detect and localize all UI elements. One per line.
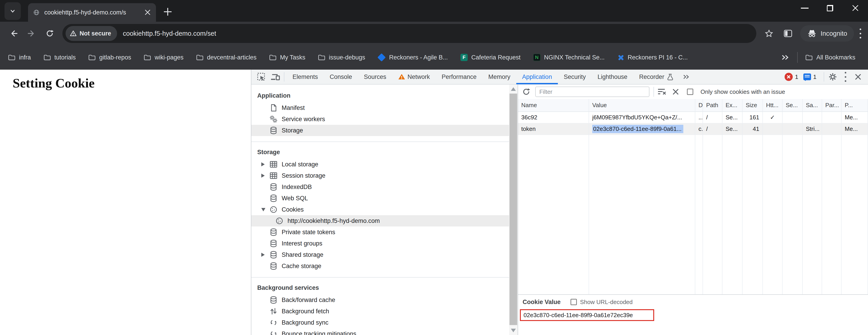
bookmark-folder-my-tasks[interactable]: My Tasks <box>269 54 305 61</box>
column-header-priority[interactable]: P... <box>842 99 868 112</box>
column-header-name[interactable]: Name <box>518 99 589 112</box>
tree-item-cache-storage[interactable]: Cache storage <box>251 261 509 272</box>
all-bookmarks-button[interactable]: All Bookmarks <box>805 54 855 61</box>
tree-item-session-storage[interactable]: Session storage <box>251 170 509 181</box>
bookmark-folder-devcentral-articles[interactable]: devcentral-articles <box>196 54 256 61</box>
back-button[interactable] <box>7 27 20 40</box>
table-row-cell[interactable]: Me... <box>842 112 868 123</box>
table-row-cell[interactable]: Stri... <box>803 123 822 135</box>
devtools-close-button[interactable] <box>852 70 864 83</box>
browser-tab[interactable]: cookiehttp.f5-hyd-demo.com/s <box>28 3 156 22</box>
reload-button[interactable] <box>43 27 57 40</box>
tab-recorder[interactable]: Recorder <box>633 69 680 84</box>
bookmark-folder-gitlab-repos[interactable]: gitlab-repos <box>88 54 131 61</box>
new-tab-button[interactable] <box>161 5 175 19</box>
table-row-cell[interactable]: / <box>703 112 722 123</box>
inspect-element-button[interactable] <box>255 70 268 83</box>
column-header-size[interactable]: Size <box>743 99 763 112</box>
more-tabs-button[interactable] <box>680 70 692 83</box>
side-panel-button[interactable] <box>781 27 795 40</box>
bookmark-folder-wiki-pages[interactable]: wiki-pages <box>144 54 184 61</box>
table-row-cell[interactable]: 41 <box>743 123 763 135</box>
table-row-cell[interactable] <box>803 112 822 123</box>
table-row-cell[interactable]: Me... <box>842 123 868 135</box>
clear-all-cookies-icon[interactable] <box>658 88 666 96</box>
scroll-up-arrow-icon[interactable] <box>511 87 516 91</box>
column-header-secure[interactable]: Se... <box>782 99 803 112</box>
table-row-cell[interactable]: 02e3c870-c6ed-11ee-89f9-0a61... <box>589 123 695 135</box>
tree-item-web-sql[interactable]: Web SQL <box>251 192 509 204</box>
table-row-cell[interactable]: Se... <box>722 112 743 123</box>
table-row-cell[interactable]: .... <box>695 112 703 123</box>
table-row-cell[interactable]: Se... <box>722 123 743 135</box>
tree-item-bounce-tracking[interactable]: Bounce tracking mitigations <box>251 328 509 335</box>
tab-lighthouse[interactable]: Lighthouse <box>592 69 633 84</box>
issue-filter-checkbox[interactable] <box>687 89 693 95</box>
scrollbar-thumb[interactable] <box>509 94 517 325</box>
tree-item-storage[interactable]: Storage <box>251 125 509 136</box>
tree-item-cookies[interactable]: Cookies <box>251 204 509 215</box>
bookmark-folder-issue-debugs[interactable]: issue-debugs <box>318 54 365 61</box>
bookmark-folder-tutorials[interactable]: tutorials <box>43 54 76 61</box>
table-row-cell[interactable] <box>822 123 842 135</box>
column-header-partition[interactable]: Par... <box>822 99 842 112</box>
bookmark-reckoners-agile[interactable]: Reckoners - Agile B... <box>378 54 448 61</box>
bookmark-star-button[interactable] <box>762 27 776 40</box>
column-header-httponly[interactable]: Htt... <box>763 99 782 112</box>
tab-close-icon[interactable] <box>144 9 151 16</box>
disclosure-collapsed-icon[interactable] <box>261 174 270 178</box>
tree-item-manifest[interactable]: Manifest <box>251 102 509 114</box>
refresh-cookies-button[interactable] <box>521 86 531 98</box>
error-badge-icon[interactable] <box>784 73 793 81</box>
table-row-cell[interactable]: 36c92 <box>518 112 589 123</box>
tab-performance[interactable]: Performance <box>436 69 483 84</box>
bookmark-folder-infra[interactable]: infra <box>8 54 31 61</box>
disclosure-collapsed-icon[interactable] <box>261 162 270 166</box>
scroll-down-arrow-icon[interactable] <box>511 329 516 332</box>
issues-badge-icon[interactable] <box>803 73 811 80</box>
tree-item-back-forward-cache[interactable]: Back/forward cache <box>251 294 509 306</box>
column-header-samesite[interactable]: Sa... <box>803 99 822 112</box>
tab-console[interactable]: Console <box>324 69 358 84</box>
cookie-filter-input[interactable] <box>535 87 649 97</box>
tab-network[interactable]: Network <box>392 69 436 84</box>
tree-item-service-workers[interactable]: Service workers <box>251 114 509 125</box>
disclosure-collapsed-icon[interactable] <box>261 253 270 257</box>
show-url-decoded-checkbox[interactable] <box>570 299 577 305</box>
table-row-cell[interactable] <box>822 112 842 123</box>
security-chip[interactable]: Not secure <box>66 26 117 41</box>
table-row-cell[interactable] <box>782 123 803 135</box>
table-row-cell[interactable]: c... <box>695 123 703 135</box>
bookmarks-overflow-button[interactable] <box>780 53 789 62</box>
devtools-settings-button[interactable] <box>827 70 839 83</box>
tree-item-interest-groups[interactable]: Interest groups <box>251 238 509 249</box>
tab-memory[interactable]: Memory <box>483 69 516 84</box>
tree-item-local-storage[interactable]: Local storage <box>251 159 509 170</box>
table-row-cell[interactable] <box>763 123 782 135</box>
tab-search-button[interactable] <box>4 2 21 20</box>
tree-item-background-sync[interactable]: Background sync <box>251 317 509 328</box>
table-row-cell[interactable]: / <box>703 123 722 135</box>
address-bar[interactable]: Not secure cookiehttp.f5-hyd-demo.com/se… <box>62 24 756 43</box>
tab-security[interactable]: Security <box>558 69 592 84</box>
table-row-cell[interactable]: ✓ <box>763 112 782 123</box>
tree-item-background-fetch[interactable]: Background fetch <box>251 306 509 317</box>
bookmark-nginx-technical[interactable]: NNGINX Technical Se... <box>533 54 604 61</box>
window-restore-button[interactable] <box>817 0 843 16</box>
tab-elements[interactable]: Elements <box>287 69 324 84</box>
window-close-button[interactable] <box>843 0 868 16</box>
sidebar-scrollbar[interactable] <box>509 85 518 335</box>
table-row-cell[interactable]: j6M09E987YfbdU5YKQe+Qa+Z/... <box>589 112 695 123</box>
tree-item-shared-storage[interactable]: Shared storage <box>251 249 509 261</box>
device-toolbar-button[interactable] <box>269 70 282 83</box>
column-header-expires[interactable]: Ex... <box>722 99 743 112</box>
table-row-cell[interactable]: token <box>518 123 589 135</box>
bookmark-cafeteria-request[interactable]: FCafeteria Request <box>460 54 521 61</box>
column-header-value[interactable]: Value <box>589 99 695 112</box>
delete-selected-cookie-icon[interactable] <box>672 88 679 95</box>
browser-menu-button[interactable] <box>860 29 861 38</box>
tab-sources[interactable]: Sources <box>358 69 392 84</box>
tree-item-private-state-tokens[interactable]: Private state tokens <box>251 226 509 238</box>
table-row-cell[interactable] <box>782 112 803 123</box>
tab-application[interactable]: Application <box>516 69 558 84</box>
